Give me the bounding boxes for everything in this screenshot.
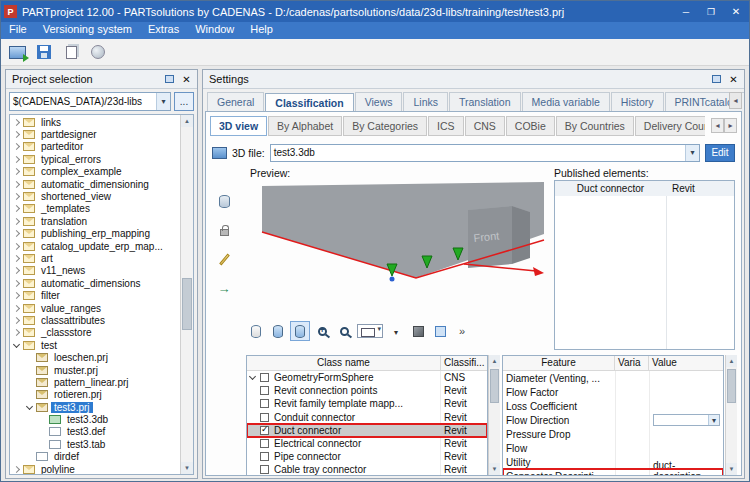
tree-item-polyline[interactable]: polyline [10,463,180,474]
scroll-down-button[interactable] [489,463,500,475]
class-row-electrical-connector[interactable]: Electrical connectorRevit [247,437,487,450]
toolbar-button-globe-icon[interactable] [87,41,109,63]
feature-row-flow[interactable]: Flow [503,441,723,455]
tree-item-automatic-dimensioning[interactable]: automatic_dimensioning [10,178,180,190]
scroll-track[interactable] [489,367,500,463]
tab-classification[interactable]: Classification [265,93,353,111]
tree-item-test3-3db[interactable]: test3.3db [10,413,180,425]
tree-item-value-ranges[interactable]: value_ranges [10,302,180,314]
subtab-by-alphabet[interactable]: By Alphabet [268,116,342,136]
close-panel-button[interactable] [179,73,194,86]
classification-header[interactable]: Classifi... [441,356,487,370]
subtab-scroll-left-button[interactable] [711,118,724,133]
close-panel-button[interactable] [726,73,741,86]
tab-links[interactable]: Links [403,92,448,111]
class-row-revit-connection-points[interactable]: Revit connection pointsRevit [247,384,487,397]
tree-scrollbar[interactable] [180,115,193,474]
side-button-export-icon[interactable] [215,279,233,297]
subtab-cobie[interactable]: COBie [506,116,555,136]
feature-row-diameter-venting[interactable]: Diameter (Venting, ... [503,371,723,385]
chevron-right-icon[interactable] [11,278,22,289]
minimize-button[interactable] [676,3,696,20]
viewer-button-cube-dark-icon[interactable] [408,321,428,341]
catalog-path-select[interactable]: $(CADENAS_DATA)/23d-libs [9,92,171,111]
float-panel-button[interactable] [162,73,177,86]
class-row-duct-connector[interactable]: Duct connectorRevit [247,424,487,437]
viewer-button-database-icon[interactable] [246,321,266,341]
chevron-down-icon[interactable] [156,93,170,110]
scroll-down-button[interactable] [181,462,193,474]
tree-item-rotieren-prj[interactable]: rotieren.prj [10,389,180,401]
feature-row-loss-coefficient[interactable]: Loss Coefficient [503,399,723,413]
chevron-right-icon[interactable] [11,141,22,152]
tree-item-classattributes[interactable]: classattributes [10,314,180,326]
tab-views[interactable]: Views [355,92,403,111]
tree-item-classstore[interactable]: _classstore [10,327,180,339]
tree-item-translation[interactable]: translation [10,215,180,227]
chevron-right-icon[interactable] [11,179,22,190]
3d-preview[interactable]: Front [246,180,546,316]
chevron-down-icon[interactable] [11,340,22,351]
viewer-button-database-active-icon[interactable] [290,321,310,341]
toolbar-button-project-switch-icon[interactable] [6,41,28,63]
viewer-button-cube-blue-icon[interactable] [430,321,450,341]
chevron-down-icon[interactable] [685,145,699,161]
chevron-right-icon[interactable] [11,253,22,264]
viewer-button-callout-dropdown[interactable] [356,321,384,341]
side-button-lock-icon[interactable] [215,221,233,239]
subtab-by-categories[interactable]: By Categories [343,116,427,136]
tree-item-art[interactable]: art [10,252,180,264]
chevron-down-icon[interactable] [708,415,719,425]
tree-item-parteditor[interactable]: parteditor [10,141,180,153]
tree-item-v11-news[interactable]: v11_news [10,265,180,277]
viewer-button-zoom-in-icon[interactable] [312,321,332,341]
chevron-down-icon[interactable] [247,372,258,383]
tree-item-test3-tab[interactable]: test3.tab [10,438,180,450]
class-row-revit-family-template-mapp[interactable]: Revit family template mapp...Revit [247,397,487,410]
chevron-right-icon[interactable] [11,129,22,140]
chevron-right-icon[interactable] [11,154,22,165]
tree-item-filter[interactable]: filter [10,289,180,301]
scroll-up-button[interactable] [726,355,737,367]
published-row-duct-connector[interactable]: Duct connectorRevit [555,181,734,196]
menu-file[interactable]: File [1,22,35,39]
subtab-cns[interactable]: CNS [465,116,505,136]
feature-header[interactable]: Feature [503,356,615,370]
value-header[interactable]: Value [649,356,723,370]
class-checkbox[interactable] [260,439,269,448]
scroll-thumb[interactable] [182,278,192,330]
tree-item-shortened-view[interactable]: shortened_view [10,190,180,202]
float-panel-button[interactable] [709,73,724,86]
scroll-down-button[interactable] [726,463,737,475]
chevron-right-icon[interactable] [11,241,22,252]
chevron-right-icon[interactable] [11,464,22,474]
feature-table-scrollbar[interactable] [725,355,737,475]
subtab-scroll-right-button[interactable] [724,118,737,133]
viewer-button-more-icon[interactable] [452,321,472,341]
tree-item-pattern-linear-prj[interactable]: pattern_linear.prj [10,376,180,388]
class-name-header[interactable]: Class name [247,356,441,370]
scroll-thumb[interactable] [490,369,499,403]
tree-item-templates[interactable]: _templates [10,203,180,215]
tab-translation[interactable]: Translation [449,92,521,111]
class-table-scrollbar[interactable] [488,355,500,475]
side-button-edit-icon[interactable] [215,250,233,268]
subtab-by-countries[interactable]: By Countries [556,116,634,136]
tree-item-publishing-erp-mapping[interactable]: publishing_erp_mapping [10,228,180,240]
tab-scroll-button[interactable] [729,92,742,109]
menu-window[interactable]: Window [187,22,242,39]
tab-general[interactable]: General [207,92,264,111]
viewer-button-database-blue-icon[interactable] [268,321,288,341]
viewer-button-arrow-down-icon[interactable] [386,321,406,341]
variable-header[interactable]: Varia [615,356,649,370]
tab-history[interactable]: History [611,92,664,111]
scroll-track[interactable] [181,127,193,462]
tree-item-partdesigner[interactable]: partdesigner [10,128,180,140]
menu-extras[interactable]: Extras [140,22,187,39]
class-row-cable-tray-connector[interactable]: Cable tray connectorRevit [247,463,487,475]
class-checkbox[interactable] [260,373,269,382]
chevron-right-icon[interactable] [11,327,22,338]
feature-row-pressure-drop[interactable]: Pressure Drop [503,427,723,441]
value-dropdown[interactable] [653,414,720,426]
class-checkbox[interactable] [260,465,269,474]
